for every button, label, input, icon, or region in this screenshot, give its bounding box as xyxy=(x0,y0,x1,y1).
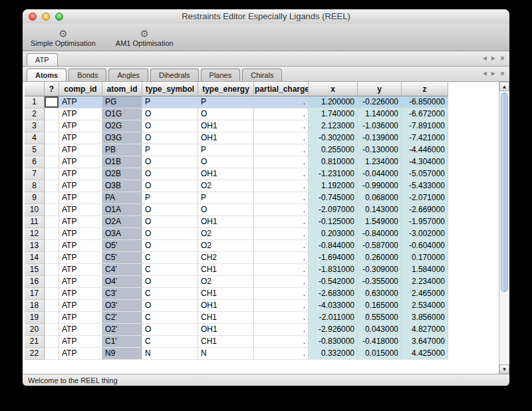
table-cell[interactable]: C2' xyxy=(102,312,142,324)
table-cell[interactable]: ATP xyxy=(59,204,102,216)
table-cell[interactable]: 3.856000 xyxy=(402,312,448,324)
table-cell[interactable]: OH1 xyxy=(198,324,254,336)
table-cell[interactable]: -0.604000 xyxy=(402,240,448,252)
table-cell[interactable]: -2.926000 xyxy=(309,324,358,336)
table-cell[interactable] xyxy=(45,168,59,180)
table-cell[interactable]: 0.260000 xyxy=(358,252,402,264)
table-row[interactable]: 17ATPC3'CCH1.-2.6830000.6300002.465000 xyxy=(25,288,448,300)
table-cell[interactable]: . xyxy=(254,108,309,120)
table-cell[interactable]: . xyxy=(254,336,309,348)
table-cell[interactable]: O xyxy=(142,228,198,240)
table-row[interactable]: 15ATPC4'CCH1.-1.831000-0.3090001.584000 xyxy=(25,264,448,276)
scroll-up-icon[interactable]: ▲ xyxy=(499,82,509,91)
table-cell[interactable]: O xyxy=(142,216,198,228)
table-row[interactable]: 4ATPO3GOOH1.-0.302000-0.139000-7.421000 xyxy=(25,132,448,144)
tab-dihedrals[interactable]: Dihedrals xyxy=(150,68,198,81)
table-cell[interactable] xyxy=(45,276,59,288)
table-cell[interactable]: ATP xyxy=(59,144,102,156)
table-cell[interactable]: ATP xyxy=(59,312,102,324)
table-cell[interactable]: O xyxy=(142,324,198,336)
table-cell[interactable]: . xyxy=(254,252,309,264)
table-cell[interactable]: . xyxy=(254,216,309,228)
table-row[interactable]: 12ATPO3AOO2.0.203000-0.840000-3.002000 xyxy=(25,228,448,240)
zoom-window-button[interactable] xyxy=(55,13,63,21)
table-cell[interactable]: 0.255000 xyxy=(309,144,358,156)
table-cell[interactable]: -0.542000 xyxy=(309,276,358,288)
table-cell[interactable] xyxy=(45,204,59,216)
table-cell[interactable]: 1.584000 xyxy=(402,264,448,276)
table-cell[interactable]: CH1 xyxy=(198,288,254,300)
table-cell[interactable]: O1A xyxy=(102,204,142,216)
table-cell[interactable]: ATP xyxy=(59,132,102,144)
table-cell[interactable]: . xyxy=(254,168,309,180)
table-cell[interactable] xyxy=(45,144,59,156)
table-cell[interactable]: 2.534000 xyxy=(402,300,448,312)
table-cell[interactable]: . xyxy=(254,120,309,132)
table-cell[interactable]: O2G xyxy=(102,120,142,132)
table-cell[interactable]: O2 xyxy=(198,240,254,252)
table-cell[interactable]: ATP xyxy=(59,120,102,132)
table-cell[interactable]: C xyxy=(142,336,198,348)
table-cell[interactable] xyxy=(45,228,59,240)
am1-optimisation-button[interactable]: ⚙ AM1 Optimisation xyxy=(116,29,174,47)
table-cell[interactable]: . xyxy=(254,300,309,312)
table-cell[interactable]: -0.125000 xyxy=(309,216,358,228)
table-cell[interactable]: O xyxy=(142,204,198,216)
table-cell[interactable]: -1.231000 xyxy=(309,168,358,180)
table-cell[interactable]: 2.123000 xyxy=(309,120,358,132)
table-cell[interactable] xyxy=(45,312,59,324)
close-window-button[interactable] xyxy=(29,13,37,21)
table-cell[interactable]: O3A xyxy=(102,228,142,240)
table-cell[interactable]: P xyxy=(198,96,254,108)
table-cell[interactable]: 3.647000 xyxy=(402,336,448,348)
table-cell[interactable]: 2.465000 xyxy=(402,288,448,300)
table-cell[interactable]: -7.891000 xyxy=(402,120,448,132)
table-cell[interactable]: . xyxy=(254,192,309,204)
table-cell[interactable] xyxy=(45,300,59,312)
table-cell[interactable]: 0.630000 xyxy=(358,288,402,300)
table-row[interactable]: 10ATPO1AOO.-2.0970000.143000-2.669000 xyxy=(25,204,448,216)
table-cell[interactable]: . xyxy=(254,288,309,300)
table-cell[interactable]: . xyxy=(254,132,309,144)
table-cell[interactable]: O2' xyxy=(102,324,142,336)
table-cell[interactable]: -2.683000 xyxy=(309,288,358,300)
table-row[interactable]: 1ATPPGPP.1.200000-0.226000-6.850000 xyxy=(25,96,448,108)
table-cell[interactable]: ATP xyxy=(59,336,102,348)
table-cell[interactable] xyxy=(45,264,59,276)
table-cell[interactable] xyxy=(45,252,59,264)
table-cell[interactable]: ATP xyxy=(59,96,102,108)
table-cell[interactable]: CH1 xyxy=(198,312,254,324)
table-cell[interactable]: C xyxy=(142,312,198,324)
table-cell[interactable]: -0.840000 xyxy=(358,228,402,240)
table-cell[interactable]: 1.140000 xyxy=(358,108,402,120)
table-cell[interactable] xyxy=(45,120,59,132)
table-cell[interactable]: O xyxy=(142,120,198,132)
table-cell[interactable]: O2 xyxy=(198,180,254,192)
table-cell[interactable]: -2.071000 xyxy=(402,192,448,204)
table-cell[interactable]: 0.555000 xyxy=(358,312,402,324)
table-cell[interactable]: PA xyxy=(102,192,142,204)
minimize-window-button[interactable] xyxy=(42,13,50,21)
table-cell[interactable]: -2.011000 xyxy=(309,312,358,324)
table-cell[interactable]: O2A xyxy=(102,216,142,228)
table-row[interactable]: 2ATPO1GOO.1.7400001.140000-6.672000 xyxy=(25,108,448,120)
table-cell[interactable]: -4.033000 xyxy=(309,300,358,312)
table-cell[interactable]: O3B xyxy=(102,180,142,192)
table-cell[interactable]: OH1 xyxy=(198,132,254,144)
table-cell[interactable] xyxy=(45,96,59,108)
scrollbar-thumb[interactable] xyxy=(501,92,508,292)
tab-atoms[interactable]: Atoms xyxy=(27,68,66,81)
table-cell[interactable]: . xyxy=(254,264,309,276)
tab-planes[interactable]: Planes xyxy=(201,68,241,81)
column-header-atom-id[interactable]: atom_id xyxy=(102,82,142,96)
table-cell[interactable]: O5' xyxy=(102,240,142,252)
table-cell[interactable]: C3' xyxy=(102,288,142,300)
table-cell[interactable]: 1.234000 xyxy=(358,156,402,168)
table-cell[interactable]: O2 xyxy=(198,276,254,288)
table-cell[interactable]: -0.587000 xyxy=(358,240,402,252)
table-row[interactable]: 3ATPO2GOOH1.2.123000-1.036000-7.891000 xyxy=(25,120,448,132)
table-cell[interactable]: CH1 xyxy=(198,336,254,348)
table-cell[interactable]: -2.097000 xyxy=(309,204,358,216)
table-cell[interactable]: ATP xyxy=(59,156,102,168)
table-row[interactable]: 20ATPO2'OOH1.-2.9260000.0430004.827000 xyxy=(25,324,448,336)
